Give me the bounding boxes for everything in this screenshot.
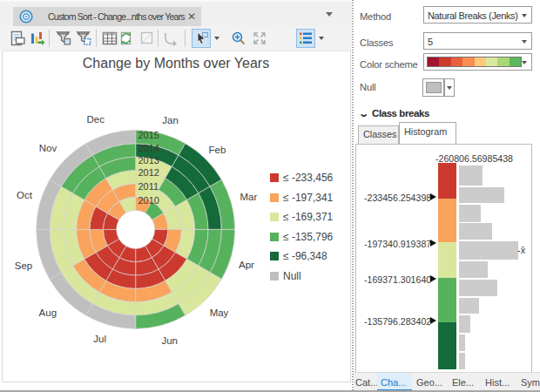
svg-text:2013: 2013 [138, 155, 159, 166]
svg-text:Sep: Sep [15, 260, 32, 271]
svg-text:Apr: Apr [239, 260, 254, 270]
svg-text:Aug: Aug [39, 308, 57, 318]
svg-text:Jan: Jan [162, 115, 179, 125]
svg-text:Feb: Feb [208, 145, 226, 155]
svg-text:2012: 2012 [138, 167, 159, 178]
svg-text:Jul: Jul [93, 334, 106, 344]
svg-text:Jun: Jun [161, 335, 178, 346]
svg-text:2015: 2015 [138, 130, 159, 140]
svg-text:2011: 2011 [138, 181, 159, 192]
svg-text:Nov: Nov [39, 143, 57, 153]
svg-text:2010: 2010 [138, 195, 159, 206]
svg-text:Oct: Oct [17, 190, 33, 200]
svg-text:Mar: Mar [240, 192, 257, 202]
svg-text:2014: 2014 [138, 143, 159, 153]
svg-text:May: May [210, 308, 229, 318]
svg-text:Dec: Dec [87, 114, 105, 125]
